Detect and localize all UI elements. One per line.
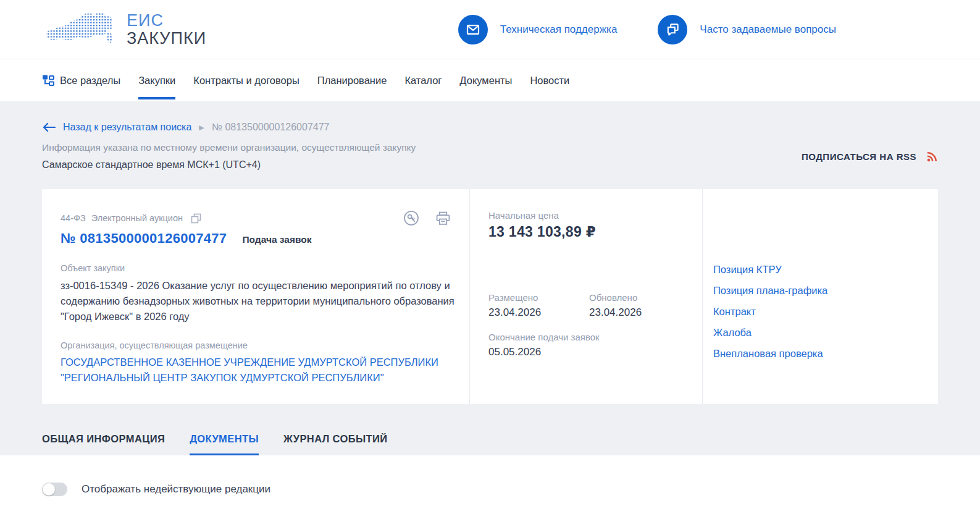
tech-support-link[interactable]: Техническая поддержка — [458, 15, 618, 44]
object-text: зз-0016-15349 - 2026 Оказание услуг по о… — [61, 278, 454, 324]
price-column: Начальная цена 13 143 103,89 ₽ Размещено… — [469, 189, 702, 404]
toggle-row: Отображать недействующие редакции — [42, 483, 938, 496]
deadline-value: 05.05.2026 — [488, 346, 690, 358]
number-row: № 0813500000126007477 Подача заявок — [61, 230, 454, 247]
link-contract[interactable]: Контракт — [713, 306, 926, 316]
purchase-card: 44-ФЗ Электронный аукцион — [42, 189, 938, 404]
timezone-block: Информация указана по местному времени о… — [42, 142, 416, 171]
nav-label: Планирование — [317, 75, 387, 86]
rss-icon — [926, 151, 938, 162]
nav-label: Контракты и договоры — [193, 75, 299, 86]
placed-value: 23.04.2026 — [488, 306, 589, 319]
updated-value: 23.04.2026 — [589, 306, 690, 319]
page: ЕИС ЗАКУПКИ Техническая поддержка — [0, 0, 980, 519]
toggle-knob — [43, 483, 55, 496]
faq-link[interactable]: Часто задаваемые вопросы — [658, 15, 836, 44]
documents-panel: Отображать недействующие редакции — [0, 455, 980, 519]
purchase-number-link[interactable]: № 0813500000126007477 — [61, 230, 227, 247]
nav-label: Каталог — [404, 75, 442, 86]
breadcrumb: Назад к результатам поиска ▶ № 081350000… — [42, 101, 938, 133]
brand-text: ЕИС ЗАКУПКИ — [127, 12, 206, 47]
main-nav: Все разделы Закупки Контракты и договоры… — [0, 59, 980, 101]
updated-label: Обновлено — [589, 292, 690, 303]
copy-icon[interactable] — [191, 213, 201, 224]
nav-planning[interactable]: Планирование — [308, 59, 396, 101]
mail-icon — [458, 15, 488, 44]
nav-label: Новости — [530, 75, 569, 86]
updated-date: Обновлено 23.04.2026 — [589, 292, 690, 319]
nav-contracts[interactable]: Контракты и договоры — [185, 59, 308, 101]
content-area: Назад к результатам поиска ▶ № 081350000… — [0, 101, 980, 455]
timezone-value: Самарское стандартное время МСК+1 (UTC+4… — [42, 159, 416, 171]
link-ktru-position[interactable]: Позиция КТРУ — [713, 264, 926, 274]
link-unscheduled-inspection[interactable]: Внеплановая проверка — [713, 348, 926, 358]
rss-subscribe-button[interactable]: ПОДПИСАТЬСЯ НА RSS — [802, 151, 938, 162]
brand-line2: ЗАКУПКИ — [127, 30, 206, 47]
breadcrumb-current: № 0813500000126007477 — [212, 122, 330, 133]
deadline-date: Окончание подачи заявок 05.05.2026 — [488, 332, 690, 358]
breadcrumb-separator-icon: ▶ — [199, 124, 204, 132]
tab-event-log[interactable]: ЖУРНАЛ СОБЫТИЙ — [283, 433, 388, 455]
price-value: 13 143 103,89 ₽ — [488, 224, 690, 240]
deadline-label: Окончание подачи заявок — [488, 332, 690, 342]
back-to-results-link[interactable]: Назад к результатам поиска — [63, 122, 191, 133]
status-badge: Подача заявок — [242, 234, 311, 245]
related-links-column: Позиция КТРУ Позиция плана-графика Контр… — [702, 189, 938, 404]
show-invalid-versions-toggle[interactable] — [42, 483, 67, 496]
tab-documents[interactable]: ДОКУМЕНТЫ — [190, 433, 259, 455]
info-row: Информация указана по местному времени о… — [42, 142, 938, 171]
eis-logo[interactable]: ЕИС ЗАКУПКИ — [42, 11, 206, 49]
placed-date: Размещено 23.04.2026 — [488, 292, 589, 319]
print-icon[interactable] — [435, 211, 451, 226]
link-complaint[interactable]: Жалоба — [713, 327, 926, 337]
rss-label: ПОДПИСАТЬСЯ НА RSS — [802, 151, 916, 162]
detail-tabs: ОБЩАЯ ИНФОРМАЦИЯ ДОКУМЕНТЫ ЖУРНАЛ СОБЫТИ… — [42, 433, 938, 455]
toggle-label: Отображать недействующие редакции — [82, 483, 270, 496]
nav-label: Все разделы — [60, 75, 120, 86]
faq-chat-icon — [658, 15, 687, 44]
object-label: Объект закупки — [61, 263, 454, 273]
nav-label: Документы — [459, 75, 512, 86]
timezone-note: Информация указана по местному времени о… — [42, 142, 416, 153]
purchase-main-column: 44-ФЗ Электронный аукцион — [42, 189, 469, 404]
law-row: 44-ФЗ Электронный аукцион — [61, 210, 454, 226]
russia-dotted-map-icon — [42, 11, 119, 49]
price-label: Начальная цена — [488, 210, 690, 221]
organization-label: Организация, осуществляющая размещение — [61, 340, 454, 350]
faq-label: Часто задаваемые вопросы — [700, 23, 836, 36]
back-arrow-icon[interactable] — [42, 122, 56, 132]
law-label: 44-ФЗ — [61, 213, 86, 223]
link-plan-schedule-position[interactable]: Позиция плана-графика — [713, 285, 926, 295]
nav-label: Закупки — [138, 75, 175, 86]
sitemap-tree-icon — [42, 74, 54, 86]
brand-line1: ЕИС — [127, 12, 206, 29]
nav-all-sections[interactable]: Все разделы — [42, 59, 130, 101]
nav-documents[interactable]: Документы — [451, 59, 521, 101]
app-header: ЕИС ЗАКУПКИ Техническая поддержка — [0, 0, 980, 59]
tab-general-info[interactable]: ОБЩАЯ ИНФОРМАЦИЯ — [42, 433, 165, 455]
card-action-icons — [403, 210, 454, 226]
tech-support-label: Техническая поддержка — [500, 23, 618, 36]
nav-purchases[interactable]: Закупки — [130, 59, 185, 101]
nav-news[interactable]: Новости — [521, 59, 579, 101]
header-links: Техническая поддержка Часто задаваемые в… — [458, 15, 836, 44]
organization-link[interactable]: ГОСУДАРСТВЕННОЕ КАЗЕННОЕ УЧРЕЖДЕНИЕ УДМУ… — [61, 355, 443, 386]
nav-catalog[interactable]: Каталог — [396, 59, 451, 101]
placed-label: Размещено — [488, 292, 589, 303]
method-label: Электронный аукцион — [91, 213, 183, 223]
dates-row: Размещено 23.04.2026 Обновлено 23.04.202… — [488, 292, 690, 319]
signature-key-icon[interactable] — [403, 210, 419, 226]
